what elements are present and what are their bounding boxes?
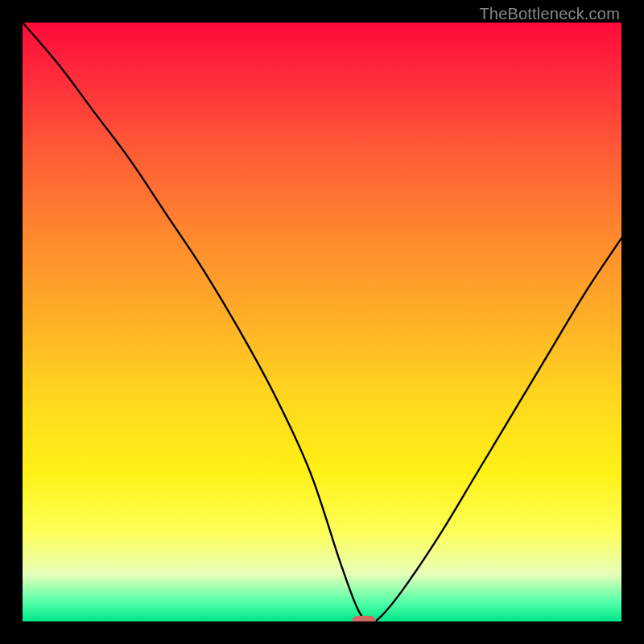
minimum-marker (352, 616, 376, 621)
plot-area (23, 23, 621, 621)
chart-frame: TheBottleneck.com (0, 0, 644, 644)
bottleneck-curve (23, 23, 621, 621)
attribution-text: TheBottleneck.com (479, 5, 620, 23)
